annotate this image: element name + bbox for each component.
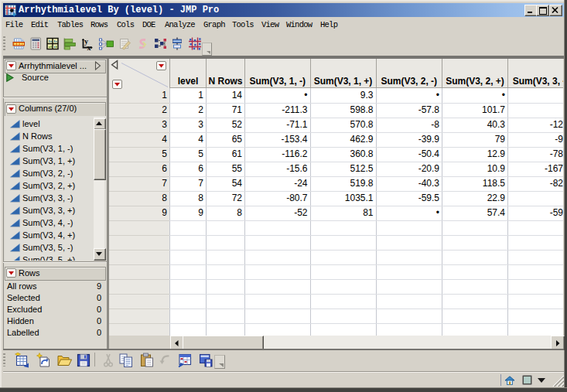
svg-text:x: x <box>87 43 91 50</box>
